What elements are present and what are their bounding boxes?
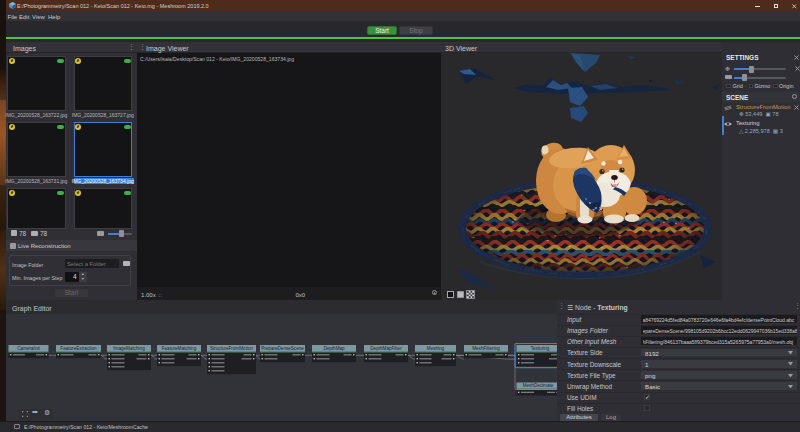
svg-text:StructureFromMotion: StructureFromMotion (210, 345, 254, 350)
svg-text:FeatureMatching: FeatureMatching (162, 345, 197, 350)
svg-text:Texturing: Texturing (531, 345, 550, 350)
svg-text:MeshFiltering: MeshFiltering (472, 345, 500, 350)
svg-text:ImageMatching: ImageMatching (113, 345, 145, 350)
svg-text:CameraInit: CameraInit (17, 345, 40, 350)
svg-text:MeshDecimate: MeshDecimate (523, 383, 554, 388)
svg-text:Meshing: Meshing (427, 345, 445, 350)
svg-text:DepthMapFilter: DepthMapFilter (370, 345, 402, 350)
svg-text:DepthMap: DepthMap (323, 345, 345, 350)
svg-text:PrepareDenseScene: PrepareDenseScene (261, 345, 304, 350)
svg-text:FeatureExtraction: FeatureExtraction (60, 345, 97, 350)
